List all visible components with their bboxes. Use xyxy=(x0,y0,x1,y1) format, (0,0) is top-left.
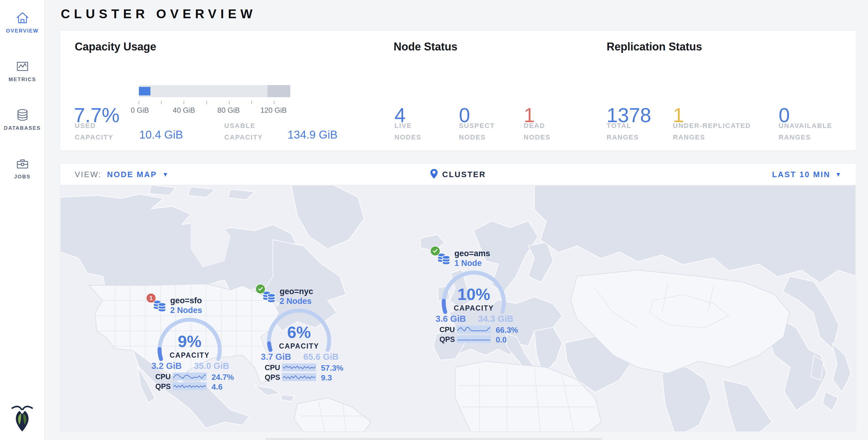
qps-sparkline xyxy=(173,382,207,390)
sidebar-item-label: DATABASES xyxy=(0,125,45,131)
page-title: CLUSTER OVERVIEW xyxy=(61,7,256,21)
capacity-usage-title: Capacity Usage xyxy=(75,40,156,53)
capacity-bar-tick xyxy=(161,101,162,104)
healthy-check-icon xyxy=(256,284,265,293)
sidebar-item-label: METRICS xyxy=(0,76,45,83)
cpu-sparkline xyxy=(282,364,316,371)
cpu-label: CPU xyxy=(155,373,172,381)
capacity-percent: 10% xyxy=(437,285,510,304)
qps-sparkline xyxy=(282,373,316,381)
qps-value: 0.0 xyxy=(496,335,507,345)
dead-node-badge: 1 xyxy=(147,293,156,303)
locality-name: geo=sfo xyxy=(170,296,202,305)
capacity-bar-fill xyxy=(139,87,150,95)
capacity-label: CAPACITY xyxy=(153,351,226,359)
qps-label: QPS xyxy=(265,373,282,382)
sidebar-item-label: JOBS xyxy=(0,174,45,180)
home-icon xyxy=(16,11,29,25)
used-capacity-label: USED CAPACITY xyxy=(75,120,117,143)
healthy-check-icon xyxy=(431,246,440,256)
capacity-bar-tick xyxy=(206,101,207,104)
capacity-tick-label: 40 GiB xyxy=(166,106,202,115)
suspect-nodes-label: SUSPECT NODES xyxy=(459,120,507,143)
capacity-tick-label: 80 GiB xyxy=(210,106,247,115)
node-status-title: Node Status xyxy=(394,40,457,53)
capacity-percent: 6% xyxy=(262,323,336,342)
cockroachdb-logo xyxy=(9,404,35,432)
under-replicated-ranges-label: UNDER-REPLICATED RANGES xyxy=(673,120,776,143)
map-toolbar: VIEW: NODE MAP ▼ CLUSTER LAST 10 MIN ▼ xyxy=(60,164,856,185)
cpu-sparkline xyxy=(457,325,491,333)
capacity-used-value: 3.6 GiB xyxy=(436,314,475,324)
chevron-down-icon[interactable]: ▼ xyxy=(835,171,841,178)
jobs-icon xyxy=(16,157,29,171)
usable-capacity-label: USABLE CAPACITY xyxy=(224,120,273,143)
dead-nodes-label: DEAD NODES xyxy=(524,120,566,143)
capacity-total-value: 34.3 GiB xyxy=(475,314,513,324)
capacity-bar-tick xyxy=(251,101,252,104)
capacity-bar-tick xyxy=(184,101,184,104)
capacity-label: CAPACITY xyxy=(262,342,336,350)
capacity-used-value: 3.2 GiB xyxy=(151,361,191,371)
capacity-tick-label: 0 GiB xyxy=(122,106,158,115)
scrollbar[interactable] xyxy=(265,438,602,440)
cpu-value: 66.3% xyxy=(496,325,518,335)
capacity-bar xyxy=(139,85,290,97)
locality-sfo: 1 geo=sfo 2 Nodes 9% CAPACITY 3.2 GiB 35… xyxy=(145,293,234,395)
locality-nyc: geo=nyc 2 Nodes 6% CAPACITY 3.7 GiB 65.6… xyxy=(255,284,343,386)
capacity-percent: 9% xyxy=(153,332,226,351)
capacity-tick-label: 120 GiB xyxy=(255,106,292,115)
sidebar: OVERVIEW METRICS DATABASES JOBS xyxy=(0,0,45,440)
location-pin-icon xyxy=(430,169,438,180)
total-ranges-label: TOTAL RANGES xyxy=(607,120,649,143)
sidebar-item-metrics[interactable]: METRICS xyxy=(0,60,45,83)
time-range-selector[interactable]: LAST 10 MIN xyxy=(772,170,830,179)
qps-value: 9.3 xyxy=(321,373,332,383)
live-nodes-label: LIVE NODES xyxy=(395,120,437,143)
world-map[interactable]: 1 geo=sfo 2 Nodes 9% CAPACITY 3.2 GiB 35… xyxy=(60,185,856,432)
qps-label: QPS xyxy=(155,382,172,391)
replication-status-title: Replication Status xyxy=(607,40,702,53)
sidebar-item-overview[interactable]: OVERVIEW xyxy=(0,11,45,34)
capacity-label: CAPACITY xyxy=(437,304,510,312)
metrics-icon xyxy=(16,60,29,73)
locality-name: geo=nyc xyxy=(280,287,313,296)
capacity-bar-tick xyxy=(229,101,229,104)
sidebar-item-jobs[interactable]: JOBS xyxy=(0,157,45,180)
databases-icon xyxy=(16,108,29,122)
capacity-used-value: 3.7 GiB xyxy=(261,352,300,362)
qps-sparkline xyxy=(457,335,491,343)
cpu-value: 24.7% xyxy=(212,373,234,382)
capacity-bar-tick xyxy=(138,101,139,104)
cpu-sparkline xyxy=(173,373,207,380)
cluster-summary-panel: Capacity Usage 7.7% 0 GiB 40 GiB 80 GiB … xyxy=(60,30,856,151)
breadcrumb: CLUSTER xyxy=(442,170,486,179)
sidebar-item-label: OVERVIEW xyxy=(0,28,45,34)
capacity-total-value: 65.6 GiB xyxy=(300,352,339,362)
cpu-label: CPU xyxy=(439,325,457,334)
qps-value: 4.6 xyxy=(212,382,222,392)
node-map-panel: VIEW: NODE MAP ▼ CLUSTER LAST 10 MIN ▼ xyxy=(60,163,856,432)
usable-capacity-value: 134.9 GiB xyxy=(287,129,338,141)
used-capacity-value: 10.4 GiB xyxy=(139,129,183,141)
locality-ams: geo=ams 1 Node 10% CAPACITY 3.6 GiB 34.3… xyxy=(429,246,518,348)
capacity-bar-tick xyxy=(274,101,274,104)
qps-label: QPS xyxy=(439,335,457,344)
cpu-label: CPU xyxy=(265,364,282,372)
cpu-value: 57.3% xyxy=(321,364,343,373)
unavailable-ranges-label: UNAVAILABLE RANGES xyxy=(779,120,851,143)
sidebar-item-databases[interactable]: DATABASES xyxy=(0,108,45,131)
locality-name: geo=ams xyxy=(454,249,490,258)
capacity-total-value: 35.0 GiB xyxy=(191,361,229,371)
